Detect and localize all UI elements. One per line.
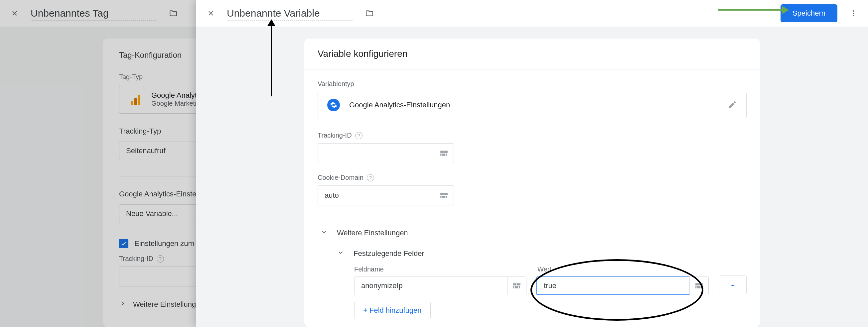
svg-rect-24: [695, 286, 696, 289]
svg-rect-14: [440, 196, 441, 198]
chevron-down-icon: [320, 228, 328, 238]
variable-picker-icon[interactable]: [689, 276, 709, 295]
svg-rect-20: [519, 286, 520, 289]
tracking-id-input[interactable]: [318, 143, 434, 163]
folder-icon[interactable]: [363, 9, 374, 18]
front-body: Variable konfigurieren Variablentyp Goog…: [196, 27, 868, 327]
variable-type-name: Google Analytics-Einstellungen: [349, 101, 450, 109]
variable-type-label: Variablentyp: [318, 80, 747, 88]
svg-rect-18: [515, 286, 519, 289]
help-icon[interactable]: ?: [355, 132, 363, 139]
save-button[interactable]: Speichern: [780, 4, 837, 22]
gear-icon: [327, 99, 340, 111]
svg-rect-17: [517, 283, 521, 286]
svg-rect-23: [698, 286, 701, 289]
svg-rect-10: [446, 154, 447, 156]
svg-rect-8: [442, 154, 446, 156]
svg-point-5: [853, 15, 854, 16]
close-icon[interactable]: [204, 7, 217, 20]
fields-to-set-section[interactable]: Festzulegende Felder: [337, 245, 747, 262]
help-icon[interactable]: ?: [367, 174, 374, 182]
more-settings-section[interactable]: Weitere Einstellungen: [320, 224, 747, 241]
svg-rect-15: [446, 196, 447, 198]
cookie-domain-label: Cookie-Domain: [318, 174, 364, 182]
more-icon[interactable]: [847, 7, 860, 20]
variable-picker-icon[interactable]: [507, 276, 526, 295]
svg-rect-9: [440, 154, 441, 156]
svg-rect-16: [513, 283, 517, 286]
variable-type-box[interactable]: Google Analytics-Einstellungen: [318, 92, 747, 118]
tracking-id-label: Tracking-ID: [318, 132, 352, 139]
svg-rect-12: [444, 193, 447, 195]
annotation-arrow-right: [718, 9, 788, 11]
front-header: Speichern: [196, 0, 868, 27]
field-value-header: Wert: [537, 265, 709, 273]
variable-config-card: Variable konfigurieren Variablentyp Goog…: [304, 38, 760, 327]
divider: [304, 216, 760, 216]
fields-to-set-label: Festzulegende Felder: [353, 249, 424, 258]
svg-rect-19: [513, 286, 514, 289]
cookie-domain-input[interactable]: [318, 186, 434, 205]
svg-rect-21: [695, 283, 699, 286]
field-row: Feldname Wert: [354, 265, 747, 295]
svg-rect-13: [442, 196, 446, 198]
svg-rect-7: [444, 151, 447, 153]
variable-editor-panel: Speichern Variable konfigurieren Variabl…: [196, 0, 868, 327]
field-name-header: Feldname: [354, 265, 526, 273]
variable-picker-icon[interactable]: [434, 143, 454, 163]
svg-rect-25: [702, 286, 702, 289]
variable-config-title: Variable konfigurieren: [304, 38, 760, 69]
svg-rect-11: [440, 193, 444, 195]
annotation-arrow-up: [271, 20, 272, 96]
field-value-input[interactable]: [536, 276, 689, 295]
remove-field-button[interactable]: -: [719, 275, 747, 294]
field-name-input[interactable]: [354, 276, 507, 295]
add-field-button[interactable]: + Feld hinzufügen: [354, 302, 431, 319]
svg-rect-22: [700, 283, 703, 286]
pencil-icon[interactable]: [727, 100, 737, 110]
svg-point-4: [853, 12, 854, 14]
svg-point-3: [853, 10, 854, 12]
more-settings-label: Weitere Einstellungen: [337, 229, 408, 237]
svg-rect-6: [440, 151, 444, 153]
variable-title-input[interactable]: [227, 6, 353, 21]
variable-picker-icon[interactable]: [434, 186, 454, 205]
chevron-down-icon: [337, 249, 344, 258]
